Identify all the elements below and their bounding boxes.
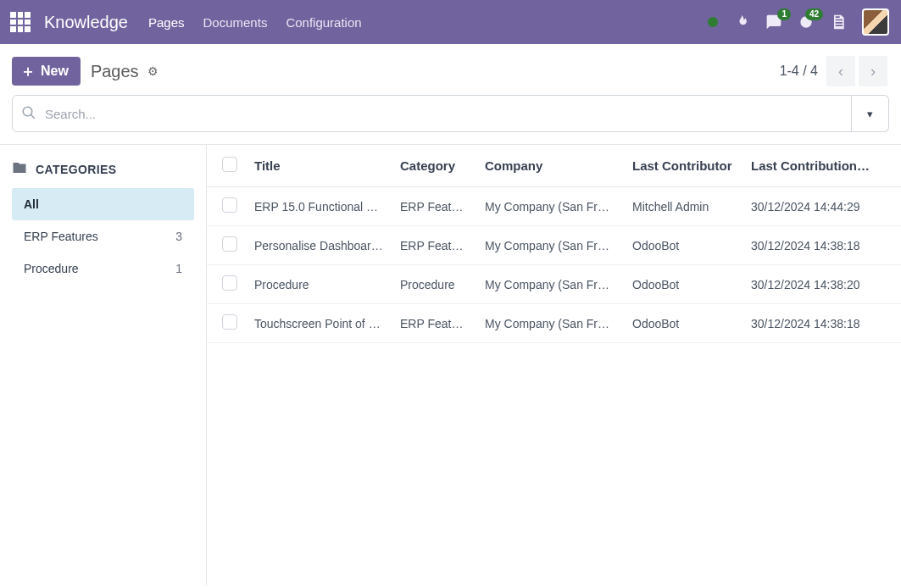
table-row[interactable]: Touchscreen Point of …ERP Featur…My Comp… bbox=[207, 304, 901, 343]
pager-next-button[interactable]: › bbox=[859, 56, 887, 86]
nav-link-pages[interactable]: Pages bbox=[147, 10, 186, 35]
chevron-left-icon: ‹ bbox=[838, 63, 843, 80]
messages-icon[interactable]: 1 bbox=[765, 14, 782, 31]
breadcrumb: Pages bbox=[91, 62, 139, 81]
cell-title: Procedure bbox=[246, 265, 392, 304]
fire-icon[interactable] bbox=[733, 14, 750, 31]
search-icon bbox=[21, 105, 36, 123]
row-checkbox[interactable] bbox=[222, 197, 237, 213]
search-options-button[interactable]: ▾ bbox=[852, 95, 889, 132]
category-item-all[interactable]: All bbox=[12, 188, 194, 220]
status-dot-icon bbox=[708, 17, 718, 27]
main-content: CATEGORIES All ERP Features 3 Procedure … bbox=[0, 144, 901, 585]
header-title[interactable]: Title bbox=[246, 145, 392, 187]
row-checkbox[interactable] bbox=[222, 236, 237, 252]
table-header-row: Title Category Company Last Contributor … bbox=[207, 145, 901, 187]
caret-down-icon: ▾ bbox=[867, 108, 873, 120]
new-button-label: New bbox=[41, 64, 69, 79]
sidebar: CATEGORIES All ERP Features 3 Procedure … bbox=[0, 145, 207, 585]
cell-contributor: Mitchell Admin bbox=[624, 187, 742, 226]
cell-category: ERP Featur… bbox=[392, 226, 476, 265]
plus-icon: ＋ bbox=[20, 68, 36, 75]
header-contributor[interactable]: Last Contributor bbox=[624, 145, 742, 187]
table-row[interactable]: Personalise Dashboar…ERP Featur…My Compa… bbox=[207, 226, 901, 265]
cell-title: Touchscreen Point of … bbox=[246, 304, 392, 343]
messages-badge: 1 bbox=[777, 8, 791, 20]
list-view: Title Category Company Last Contributor … bbox=[207, 145, 901, 585]
cell-company: My Company (San Fr… bbox=[476, 265, 624, 304]
table-row[interactable]: ERP 15.0 Functional D…ERP Featur…My Comp… bbox=[207, 187, 901, 226]
header-checkbox-cell bbox=[207, 145, 246, 187]
cell-company: My Company (San Fr… bbox=[476, 226, 624, 265]
gear-icon[interactable]: ⚙ bbox=[147, 64, 159, 78]
activity-badge: 42 bbox=[805, 8, 823, 20]
category-label: Procedure bbox=[24, 262, 79, 275]
control-bar: ＋ New Pages ⚙ 1-4 / 4 ‹ › bbox=[0, 44, 901, 95]
select-all-checkbox[interactable] bbox=[222, 157, 237, 172]
cell-date: 30/12/2024 14:38:20 bbox=[742, 265, 901, 304]
cell-company: My Company (San Fr… bbox=[476, 304, 624, 343]
pager-count[interactable]: 1-4 / 4 bbox=[780, 64, 818, 79]
search-row: ▾ bbox=[0, 95, 901, 144]
category-label: All bbox=[24, 197, 39, 211]
avatar[interactable] bbox=[862, 8, 889, 36]
search-input[interactable] bbox=[45, 107, 843, 121]
table-row[interactable]: ProcedureProcedureMy Company (San Fr…Odo… bbox=[207, 265, 901, 304]
brand-title: Knowledge bbox=[44, 13, 128, 32]
cell-title: Personalise Dashboar… bbox=[246, 226, 392, 265]
top-nav: Knowledge Pages Documents Configuration … bbox=[0, 0, 901, 44]
cell-date: 30/12/2024 14:38:18 bbox=[742, 226, 901, 265]
row-checkbox-cell bbox=[207, 226, 246, 265]
cell-contributor: OdooBot bbox=[624, 304, 742, 343]
cell-category: ERP Featur… bbox=[392, 304, 476, 343]
cell-category: Procedure bbox=[392, 265, 476, 304]
cell-date: 30/12/2024 14:38:18 bbox=[742, 304, 901, 343]
nav-links: Pages Documents Configuration bbox=[147, 10, 364, 35]
apps-launcher-icon[interactable] bbox=[10, 12, 31, 32]
row-checkbox[interactable] bbox=[222, 275, 237, 291]
cell-contributor: OdooBot bbox=[624, 265, 742, 304]
pager-prev-button[interactable]: ‹ bbox=[826, 56, 855, 86]
category-item-procedure[interactable]: Procedure 1 bbox=[12, 252, 194, 285]
search-box bbox=[12, 95, 852, 132]
header-category[interactable]: Category bbox=[392, 145, 476, 187]
category-count: 1 bbox=[175, 262, 182, 275]
folder-icon bbox=[12, 160, 27, 178]
row-checkbox-cell bbox=[207, 304, 246, 343]
header-date[interactable]: Last Contribution… bbox=[742, 145, 901, 187]
activity-icon[interactable]: 42 bbox=[798, 14, 815, 31]
cell-company: My Company (San Fr… bbox=[476, 187, 624, 226]
cell-contributor: OdooBot bbox=[624, 226, 742, 265]
pager-buttons: ‹ › bbox=[826, 56, 887, 86]
system-tray: 1 42 bbox=[708, 8, 889, 36]
records-table: Title Category Company Last Contributor … bbox=[207, 145, 901, 343]
category-label: ERP Features bbox=[24, 230, 98, 243]
categories-header: CATEGORIES bbox=[12, 160, 194, 178]
cell-title: ERP 15.0 Functional D… bbox=[246, 187, 392, 226]
chevron-right-icon: › bbox=[870, 63, 876, 80]
cell-category: ERP Featur… bbox=[392, 187, 476, 226]
row-checkbox-cell bbox=[207, 265, 246, 304]
nav-link-configuration[interactable]: Configuration bbox=[284, 10, 363, 35]
notes-icon[interactable] bbox=[830, 14, 847, 31]
row-checkbox[interactable] bbox=[222, 314, 237, 330]
category-count: 3 bbox=[175, 230, 182, 243]
row-checkbox-cell bbox=[207, 187, 246, 226]
header-company[interactable]: Company bbox=[476, 145, 624, 187]
nav-link-documents[interactable]: Documents bbox=[202, 10, 270, 35]
cell-date: 30/12/2024 14:44:29 bbox=[742, 187, 901, 226]
new-button[interactable]: ＋ New bbox=[12, 57, 81, 86]
categories-header-label: CATEGORIES bbox=[36, 163, 117, 176]
category-item-erp[interactable]: ERP Features 3 bbox=[12, 220, 194, 252]
